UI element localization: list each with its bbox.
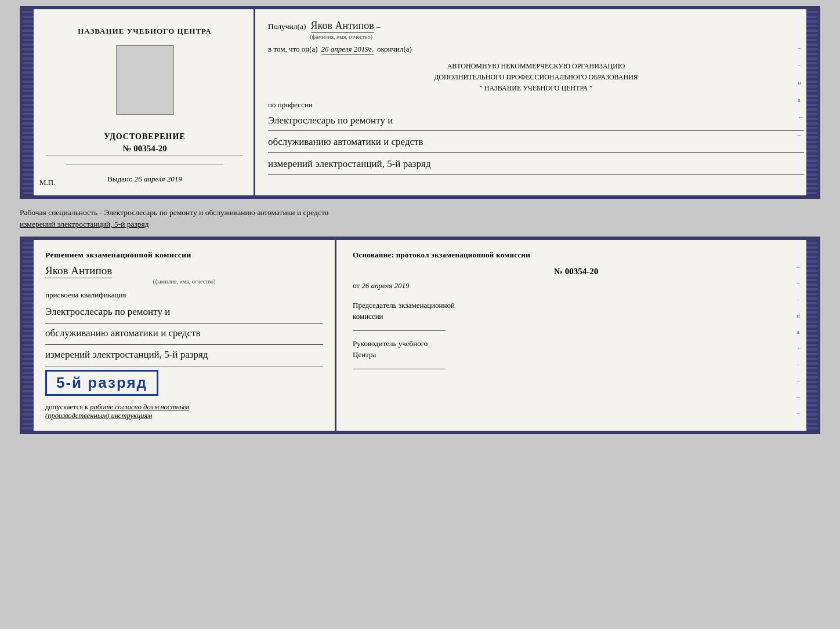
bottom-document-pair: Решением экзаменационной комиссии Яков А… — [20, 237, 820, 434]
vydano-row: Выдано 26 апреля 2019 — [46, 174, 243, 184]
top-left-title: НАЗВАНИЕ УЧЕБНОГО ЦЕНТРА — [46, 27, 243, 36]
udostoverenie-block: УДОСТОВЕРЕНИЕ № 00354-20 — [46, 132, 243, 155]
dopuskaetsya-suffix: (производственным) инструкциям — [45, 412, 152, 420]
org-line1: АВТОНОМНУЮ НЕКОММЕРЧЕСКУЮ ОРГАНИЗАЦИЮ — [268, 61, 804, 72]
top-left-inner: НАЗВАНИЕ УЧЕБНОГО ЦЕНТРА УДОСТОВЕРЕНИЕ №… — [34, 21, 243, 184]
profession-block: Электрослесарь по ремонту и обслуживанию… — [268, 112, 804, 175]
middle-text: Рабочая специальность - Электрослесарь п… — [20, 203, 820, 232]
recipient-name: Яков Антипов — [311, 20, 374, 33]
osnovanie-text: Основание: протокол экзаменационной коми… — [353, 250, 799, 260]
fio-sublabel: (фамилия, имя, отчество) — [309, 34, 374, 40]
vtom-row: в том, что он(а) 26 апреля 2019г. окончи… — [268, 45, 804, 55]
dopuskaetsya-block: допускается к работе согласно должностны… — [45, 403, 323, 420]
bottom-left-panel: Решением экзаменационной комиссии Яков А… — [23, 240, 336, 431]
profession-line2: обслуживанию автоматики и средств — [268, 133, 804, 153]
profession-line1: Электрослесарь по ремонту и — [268, 112, 804, 132]
predsedatel-line2: комиссии — [353, 312, 383, 321]
bottom-recipient-name: Яков Антипов — [45, 264, 112, 278]
predsedatel-signature-line — [353, 330, 446, 331]
vydano-date: 26 апреля 2019 — [135, 174, 182, 183]
right-side-marks: – – и а ← – — [798, 44, 804, 138]
qual-line3: измерений электростанций, 5-й разряд — [45, 345, 323, 366]
photo-placeholder — [116, 45, 174, 115]
profession-line3: измерений электростанций, 5-й разряд — [268, 155, 804, 175]
udostoverenie-label: УДОСТОВЕРЕНИЕ — [46, 132, 243, 141]
top-left-panel: НАЗВАНИЕ УЧЕБНОГО ЦЕНТРА УДОСТОВЕРЕНИЕ №… — [23, 9, 255, 195]
vydano-label: Выдано — [107, 174, 132, 183]
qual-line2: обслуживанию автоматики и средств — [45, 323, 323, 345]
rukovoditel-line1: Руководитель учебного — [353, 339, 428, 348]
bottom-right-side-marks: – – – и а ← – – – – — [796, 263, 803, 416]
middle-line1: Рабочая специальность - Электрослесарь п… — [20, 208, 328, 217]
bottom-fio-sub: (фамилия, имя, отчество) — [45, 278, 323, 285]
org-block: АВТОНОМНУЮ НЕКОММЕРЧЕСКУЮ ОРГАНИЗАЦИЮ ДО… — [268, 61, 804, 94]
okonchil-label: окончил(а) — [377, 45, 412, 54]
mp-label: М.П. — [39, 178, 55, 187]
resheniem-text: Решением экзаменационной комиссии — [45, 250, 323, 260]
bottom-right-panel: Основание: протокол экзаменационной коми… — [336, 240, 817, 431]
protocol-date-value: 26 апреля 2019 — [361, 281, 409, 290]
separator-line — [66, 165, 223, 165]
prisvoena-label: присвоена квалификация — [45, 290, 323, 300]
dopuskaetsya-prefix: допускается к — [45, 403, 88, 411]
dash: – — [376, 22, 381, 31]
udostoverenie-number: № 00354-20 — [46, 144, 243, 155]
razryad-badge: 5-й разряд — [45, 370, 158, 396]
rukovoditel-role: Руководитель учебного Центра — [353, 338, 799, 361]
vtom-label: в том, что он(а) — [268, 45, 318, 54]
top-right-panel: Получил(а) Яков Антипов (фамилия, имя, о… — [255, 9, 817, 195]
vtom-date: 26 апреля 2019г. — [321, 45, 374, 55]
qual-line1: Электрослесарь по ремонту и — [45, 302, 323, 323]
bottom-name-block: Яков Антипов (фамилия, имя, отчество) — [45, 264, 323, 285]
middle-line2: измерений электростанций, 5-й разряд — [20, 220, 149, 228]
qualification-block: Электрослесарь по ремонту и обслуживанию… — [45, 302, 323, 366]
org-line3: " НАЗВАНИЕ УЧЕБНОГО ЦЕНТРА " — [268, 83, 804, 94]
protocol-number: № 00354-20 — [353, 267, 799, 277]
poluchil-label: Получил(а) — [268, 22, 306, 31]
dopuskaetsya-link: работе согласно должностным — [90, 403, 189, 411]
name-block: Яков Антипов (фамилия, имя, отчество) — [309, 20, 374, 40]
org-line2: ДОПОЛНИТЕЛЬНОГО ПРОФЕССИОНАЛЬНОГО ОБРАЗО… — [268, 72, 804, 83]
ot-label: от — [353, 281, 360, 290]
protocol-date: от 26 апреля 2019 — [353, 281, 799, 290]
po-professii-label: по профессии — [268, 100, 804, 110]
predsedatel-line1: Председатель экзаменационной — [353, 301, 455, 310]
rukovoditel-line2: Центра — [353, 350, 376, 359]
podpis-block: Председатель экзаменационной комиссии Ру… — [353, 300, 799, 369]
rukovoditel-signature-line — [353, 369, 446, 369]
top-document-pair: НАЗВАНИЕ УЧЕБНОГО ЦЕНТРА УДОСТОВЕРЕНИЕ №… — [20, 6, 820, 199]
predsedatel-role: Председатель экзаменационной комиссии — [353, 300, 799, 322]
poluchil-row: Получил(а) Яков Антипов (фамилия, имя, о… — [268, 20, 804, 40]
